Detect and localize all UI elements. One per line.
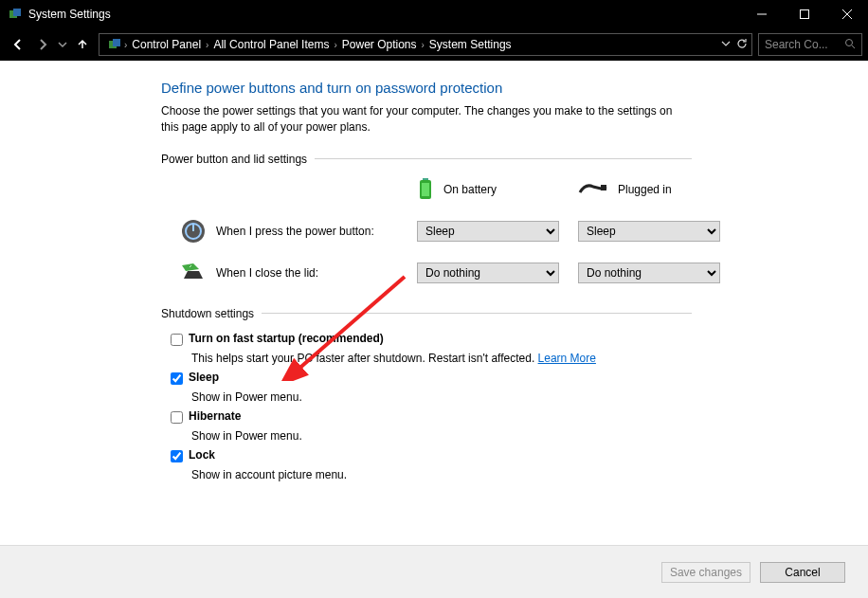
power-lid-section-label: Power button and lid settings [161, 153, 692, 166]
page-title: Define power buttons and turn on passwor… [161, 80, 692, 96]
svg-rect-7 [113, 39, 120, 46]
breadcrumb-all-items[interactable]: All Control Panel Items [210, 38, 332, 51]
page-description: Choose the power settings that you want … [161, 103, 692, 136]
address-dropdown-button[interactable] [721, 38, 731, 51]
window-title: System Settings [28, 8, 740, 21]
cancel-button[interactable]: Cancel [760, 562, 845, 583]
navbar: › Control Panel › All Control Panel Item… [0, 28, 868, 61]
chevron-right-icon: › [420, 40, 426, 50]
breadcrumb-system-settings[interactable]: System Settings [426, 38, 515, 51]
shutdown-section-label: Shutdown settings [161, 307, 692, 320]
close-lid-battery-select[interactable]: Do nothingSleepHibernateShut down [417, 263, 559, 283]
recent-locations-button[interactable] [55, 32, 70, 57]
battery-icon [417, 177, 434, 203]
window-controls [740, 0, 868, 28]
breadcrumb-control-panel[interactable]: Control Panel [129, 38, 204, 51]
breadcrumb-power-options[interactable]: Power Options [339, 38, 420, 51]
refresh-button[interactable] [736, 38, 748, 52]
power-button-icon [180, 218, 207, 245]
svg-rect-3 [800, 10, 808, 19]
on-battery-header: On battery [417, 177, 559, 203]
svg-rect-12 [422, 183, 429, 196]
power-button-plugged-select[interactable]: Do nothingSleepHibernateShut down [578, 221, 720, 242]
fast-startup-checkbox[interactable] [171, 334, 183, 346]
svg-point-8 [846, 39, 853, 45]
power-lid-grid: On battery Plugged in When I press the p… [180, 177, 692, 286]
power-button-battery-select[interactable]: Do nothingSleepHibernateShut down [417, 221, 559, 242]
close-button[interactable] [825, 0, 868, 28]
fast-startup-description: This helps start your PC faster after sh… [191, 352, 692, 365]
search-input[interactable] [765, 38, 844, 51]
shutdown-settings-list: Turn on fast startup (recommended) This … [171, 332, 692, 481]
back-button[interactable] [6, 32, 30, 57]
power-button-row-label: When I press the power button: [180, 218, 398, 245]
sleep-label: Sleep [189, 371, 219, 384]
forward-button[interactable] [30, 32, 55, 57]
minimize-button[interactable] [740, 0, 783, 28]
chevron-right-icon: › [204, 40, 210, 50]
location-icon [107, 37, 122, 52]
hibernate-description: Show in Power menu. [191, 429, 692, 443]
close-lid-plugged-select[interactable]: Do nothingSleepHibernateShut down [578, 263, 720, 283]
maximize-button[interactable] [783, 0, 825, 28]
search-icon [844, 38, 856, 52]
learn-more-link[interactable]: Learn More [538, 352, 596, 365]
hibernate-checkbox[interactable] [171, 411, 183, 424]
address-bar[interactable]: › Control Panel › All Control Panel Item… [99, 33, 752, 56]
app-icon [8, 7, 23, 22]
svg-rect-10 [423, 178, 428, 180]
lock-label: Lock [189, 448, 215, 462]
search-box[interactable] [758, 33, 862, 56]
svg-line-9 [852, 45, 855, 48]
svg-rect-1 [13, 9, 21, 16]
sleep-checkbox[interactable] [171, 372, 183, 385]
hibernate-label: Hibernate [189, 409, 241, 423]
chevron-right-icon: › [122, 40, 129, 50]
titlebar: System Settings [0, 0, 868, 28]
close-lid-row-label: When I close the lid: [180, 260, 398, 286]
save-changes-button[interactable]: Save changes [661, 562, 750, 583]
content-area: Define power buttons and turn on passwor… [0, 61, 868, 545]
lock-description: Show in account picture menu. [191, 468, 692, 481]
laptop-lid-icon [180, 260, 207, 286]
chevron-right-icon: › [332, 40, 338, 50]
footer: Save changes Cancel [0, 545, 868, 598]
sleep-description: Show in Power menu. [191, 390, 692, 404]
plug-icon [578, 181, 608, 199]
lock-checkbox[interactable] [171, 450, 183, 462]
fast-startup-label: Turn on fast startup (recommended) [189, 332, 384, 345]
up-button[interactable] [70, 32, 95, 57]
plugged-in-header: Plugged in [578, 181, 720, 199]
svg-rect-13 [601, 185, 606, 190]
